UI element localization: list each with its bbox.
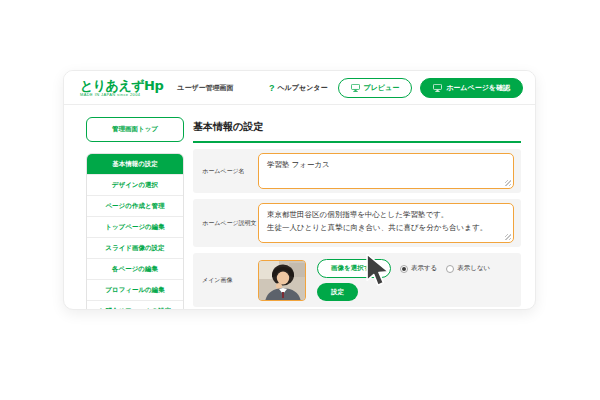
site-name-input[interactable]: 学習塾 フォーカス (258, 153, 514, 189)
check-homepage-button[interactable]: ホームページを確認 (420, 78, 523, 98)
sidebar-item-each-page-edit[interactable]: 各ページの編集 (87, 259, 183, 280)
preview-label: プレビュー (364, 84, 400, 91)
site-name-value: 学習塾 フォーカス (267, 160, 330, 169)
main-image-thumbnail[interactable] (258, 260, 306, 301)
monitor-icon (351, 84, 360, 92)
sidebar-item-page-manage[interactable]: ページの作成と管理 (87, 196, 183, 217)
radio-selected-icon[interactable] (400, 265, 408, 273)
sidebar-item-profile-edit[interactable]: プロフィールの編集 (87, 280, 183, 301)
sidebar-menu: 基本情報の設定 デザインの選択 ページの作成と管理 トップページの編集 スライド… (86, 153, 184, 310)
select-image-button[interactable]: 画像を選択する (317, 259, 391, 278)
sidebar-item-top-page-edit[interactable]: トップページの編集 (87, 217, 183, 238)
body: 管理画面トップ 基本情報の設定 デザインの選択 ページの作成と管理 トップページ… (64, 105, 535, 310)
logo-text: とりあえずHp (80, 79, 163, 92)
sidebar-admin-top-button[interactable]: 管理画面トップ (86, 117, 184, 142)
form-row-main-image: メイン画像 (193, 253, 521, 307)
student-photo (259, 261, 306, 301)
field-label-main-image: メイン画像 (202, 276, 258, 285)
apply-button[interactable]: 設定 (317, 283, 358, 301)
sidebar: 管理画面トップ 基本情報の設定 デザインの選択 ページの作成と管理 トップページ… (86, 117, 184, 310)
main-content: 基本情報の設定 ホームページ名 学習塾 フォーカス ホームページ説明文 東京都世… (193, 117, 521, 310)
radio-show[interactable]: 表示する (400, 264, 437, 273)
preview-button[interactable]: プレビュー (338, 78, 413, 98)
monitor-icon (433, 84, 442, 92)
resize-handle-icon[interactable] (505, 234, 511, 240)
header: とりあえずHp MADE IN JAPAN since 2004 ユーザー管理画… (64, 71, 535, 105)
radio-hide[interactable]: 表示しない (446, 264, 490, 273)
image-controls-top: 画像を選択する 表示する 表示しない (317, 259, 490, 278)
question-icon: ? (269, 83, 275, 93)
radio-hide-label: 表示しない (457, 264, 490, 273)
logo-tagline: MADE IN JAPAN since 2004 (80, 93, 163, 97)
sidebar-item-design[interactable]: デザインの選択 (87, 175, 183, 196)
app-logo[interactable]: とりあえずHp MADE IN JAPAN since 2004 (80, 79, 163, 97)
check-homepage-label: ホームページを確認 (446, 84, 510, 91)
image-controls: 画像を選択する 表示する 表示しない 設定 (317, 259, 490, 301)
admin-window: とりあえずHp MADE IN JAPAN since 2004 ユーザー管理画… (63, 70, 536, 310)
site-description-value: 東京都世田谷区の個別指導を中心とした学習塾です。 生徒一人ひとりと真摯に向き合い… (267, 210, 487, 232)
form-row-site-description: ホームページ説明文 東京都世田谷区の個別指導を中心とした学習塾です。 生徒一人ひ… (193, 199, 521, 247)
resize-handle-icon[interactable] (505, 180, 511, 186)
sidebar-item-slide-images[interactable]: スライド画像の設定 (87, 238, 183, 259)
app-subtitle: ユーザー管理画面 (177, 83, 233, 93)
radio-show-label: 表示する (411, 264, 437, 273)
form-row-site-name: ホームページ名 学習塾 フォーカス (193, 149, 521, 193)
site-description-input[interactable]: 東京都世田谷区の個別指導を中心とした学習塾です。 生徒一人ひとりと真摯に向き合い… (258, 203, 514, 243)
help-center-label: ヘルプセンター (278, 83, 328, 93)
help-center-link[interactable]: ? ヘルプセンター (269, 83, 327, 93)
display-radio-group: 表示する 表示しない (400, 264, 490, 273)
radio-unselected-icon[interactable] (446, 265, 454, 273)
field-label-site-name: ホームページ名 (202, 167, 258, 176)
field-label-site-description: ホームページ説明文 (202, 219, 258, 228)
sidebar-item-basic-info[interactable]: 基本情報の設定 (87, 154, 183, 175)
page-title: 基本情報の設定 (193, 117, 521, 143)
sidebar-item-contact-form[interactable]: お問合せフォームの設定 (87, 301, 183, 310)
